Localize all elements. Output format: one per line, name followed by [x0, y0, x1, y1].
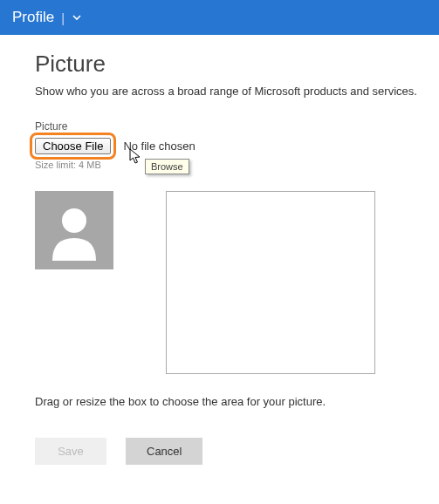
- crop-area[interactable]: [166, 191, 375, 374]
- person-silhouette-icon: [44, 200, 105, 261]
- chevron-down-icon: [72, 12, 82, 23]
- avatar-placeholder: [35, 191, 113, 269]
- size-limit-text: Size limit: 4 MB: [35, 160, 439, 170]
- page-header: Profile |: [0, 0, 439, 35]
- save-button: Save: [35, 438, 106, 465]
- file-status-text: No file chosen: [123, 140, 195, 153]
- profile-dropdown-chevron[interactable]: [72, 12, 82, 23]
- picture-field-label: Picture: [35, 120, 439, 133]
- choose-file-button[interactable]: Choose File: [35, 138, 111, 154]
- header-title: Profile: [12, 9, 54, 26]
- cancel-button[interactable]: Cancel: [126, 438, 202, 465]
- page-title: Picture: [35, 51, 439, 78]
- button-row: Save Cancel: [35, 438, 439, 465]
- content-area: Picture Show who you are across a broad …: [0, 35, 439, 465]
- page-description: Show who you are across a broad range of…: [35, 85, 439, 98]
- svg-point-0: [62, 208, 86, 233]
- crop-help-text: Drag or resize the box to choose the are…: [35, 395, 439, 408]
- preview-area: [35, 191, 439, 374]
- header-divider: |: [61, 10, 65, 25]
- file-chooser-row: Choose File No file chosen Browse: [35, 138, 439, 154]
